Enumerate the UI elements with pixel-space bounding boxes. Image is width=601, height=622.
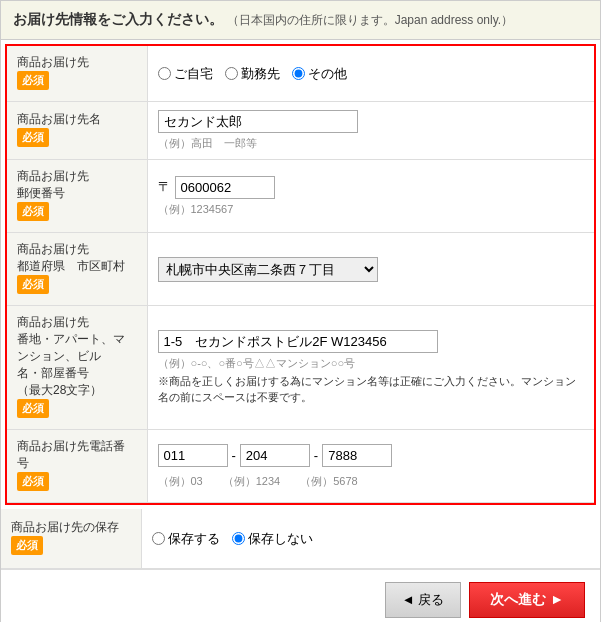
- name-example: （例）高田 一郎等: [158, 136, 585, 151]
- main-container: お届け先情報をご入力ください。 （日本国内の住所に限ります。Japan addr…: [0, 0, 601, 622]
- building-example1: （例）○-○、○番○号△△マンション○○号: [158, 356, 585, 371]
- button-row: ◄ 戻る 次へ進む ►: [1, 569, 600, 622]
- tel-example-3: （例）5678: [300, 474, 357, 489]
- input-prefecture: 札幌市中央区南二条西７丁目: [147, 233, 594, 306]
- row-tel: 商品お届け先電話番号 必須 - - （例）03 （例: [7, 430, 594, 503]
- row-postal: 商品お届け先郵便番号 必須 〒 （例）1234567: [7, 160, 594, 233]
- radio-office-label[interactable]: 勤務先: [225, 65, 280, 83]
- header-sub-text: （日本国内の住所に限ります。Japan address only.）: [227, 13, 514, 27]
- label-save: 商品お届け先の保存 必須: [1, 509, 141, 569]
- row-delivery-name: 商品お届け先名 必須 （例）高田 一郎等: [7, 102, 594, 160]
- back-button-label: ◄ 戻る: [402, 591, 444, 609]
- tel-example-2: （例）1234: [223, 474, 280, 489]
- radio-save-yes[interactable]: [152, 532, 165, 545]
- prefecture-select[interactable]: 札幌市中央区南二条西７丁目: [158, 257, 378, 282]
- required-badge-save: 必須: [11, 536, 43, 555]
- radio-group-delivery: ご自宅 勤務先 その他: [158, 65, 585, 83]
- radio-home[interactable]: [158, 67, 171, 80]
- radio-other-label[interactable]: その他: [292, 65, 347, 83]
- save-radio-group: 保存する 保存しない: [152, 530, 591, 548]
- header-main-text: お届け先情報をご入力ください。: [13, 11, 223, 27]
- input-building: （例）○-○、○番○号△△マンション○○号 ※商品を正しくお届けする為にマンショ…: [147, 306, 594, 430]
- label-delivery-name: 商品お届け先名 必須: [7, 102, 147, 160]
- label-building: 商品お届け先番地・アパート、マンション、ビル名・部屋番号（最大28文字） 必須: [7, 306, 147, 430]
- row-building: 商品お届け先番地・アパート、マンション、ビル名・部屋番号（最大28文字） 必須 …: [7, 306, 594, 430]
- radio-save-no[interactable]: [232, 532, 245, 545]
- next-button[interactable]: 次へ進む ►: [469, 582, 585, 618]
- required-badge-3: 必須: [17, 202, 49, 221]
- input-delivery-type: ご自宅 勤務先 その他: [147, 46, 594, 102]
- next-button-label: 次へ進む ►: [490, 591, 564, 609]
- postal-input[interactable]: [175, 176, 275, 199]
- tel-input-1[interactable]: [158, 444, 228, 467]
- label-prefecture: 商品お届け先都道府県 市区町村 必須: [7, 233, 147, 306]
- required-badge-1: 必須: [17, 71, 49, 90]
- input-postal: 〒 （例）1234567: [147, 160, 594, 233]
- radio-save-yes-label[interactable]: 保存する: [152, 530, 220, 548]
- row-prefecture: 商品お届け先都道府県 市区町村 必須 札幌市中央区南二条西７丁目: [7, 233, 594, 306]
- back-button[interactable]: ◄ 戻る: [385, 582, 461, 618]
- building-input[interactable]: [158, 330, 438, 353]
- radio-office[interactable]: [225, 67, 238, 80]
- save-table: 商品お届け先の保存 必須 保存する 保存しない: [1, 509, 600, 569]
- required-badge-6: 必須: [17, 472, 49, 491]
- name-input[interactable]: [158, 110, 358, 133]
- required-badge-4: 必須: [17, 275, 49, 294]
- radio-save-no-label[interactable]: 保存しない: [232, 530, 313, 548]
- building-warning: ※商品を正しくお届けする為にマンション名等は正確にご入力ください。マンション名の…: [158, 374, 585, 405]
- input-save: 保存する 保存しない: [141, 509, 600, 569]
- form-table: 商品お届け先 必須 ご自宅 勤務先 その他: [7, 46, 594, 503]
- header-bar: お届け先情報をご入力ください。 （日本国内の住所に限ります。Japan addr…: [1, 1, 600, 40]
- input-delivery-name: （例）高田 一郎等: [147, 102, 594, 160]
- tel-inputs: - -: [158, 444, 585, 467]
- required-badge-2: 必須: [17, 128, 49, 147]
- required-badge-5: 必須: [17, 399, 49, 418]
- radio-home-label[interactable]: ご自宅: [158, 65, 213, 83]
- postal-example: （例）1234567: [158, 202, 585, 217]
- tel-examples: （例）03 （例）1234 （例）5678: [158, 471, 585, 489]
- row-save: 商品お届け先の保存 必須 保存する 保存しない: [1, 509, 600, 569]
- label-tel: 商品お届け先電話番号 必須: [7, 430, 147, 503]
- input-tel: - - （例）03 （例）1234 （例）5678: [147, 430, 594, 503]
- tel-example-1: （例）03: [158, 474, 203, 489]
- tel-input-2[interactable]: [240, 444, 310, 467]
- radio-other[interactable]: [292, 67, 305, 80]
- label-delivery-type: 商品お届け先 必須: [7, 46, 147, 102]
- row-delivery-type: 商品お届け先 必須 ご自宅 勤務先 その他: [7, 46, 594, 102]
- label-postal: 商品お届け先郵便番号 必須: [7, 160, 147, 233]
- tel-input-3[interactable]: [322, 444, 392, 467]
